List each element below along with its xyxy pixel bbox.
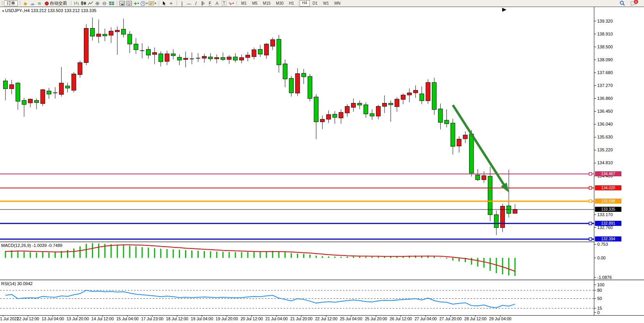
label-icon[interactable]: T (221, 0, 227, 6)
community-icon-glyph: ☁ (30, 1, 35, 6)
zoom-out-icon[interactable]: ⊖ (101, 0, 108, 6)
chat-icon[interactable]: 1 (630, 0, 636, 6)
chevron-down-icon[interactable]: ▾ (232, 2, 234, 5)
candlesticks (4, 18, 517, 235)
price-tick-136.860: 136.860 (597, 96, 613, 101)
timeframe-d1[interactable]: D1 (310, 0, 320, 6)
level-anchor (589, 200, 592, 202)
autotrading-button[interactable]: 自动交易 (43, 0, 69, 6)
timeframe-m15[interactable]: M15 (260, 0, 273, 6)
notification-badge: 1 (634, 0, 638, 4)
indicator-subwindow-icon[interactable] (126, 0, 132, 6)
macd-histogram (5, 243, 515, 276)
price-tick-138.910: 138.910 (597, 32, 613, 36)
chevron-down-icon[interactable]: ▾ (138, 2, 139, 5)
coin-icon-glyph: ◆ (23, 1, 27, 6)
arrows-icon[interactable]: ⇘▾ (228, 0, 234, 6)
channel-label: E (203, 2, 205, 5)
vertical-line-icon[interactable]: | (179, 0, 185, 6)
vertical-line-icon-glyph: | (181, 1, 182, 6)
timeframe-w1[interactable]: W1 (320, 0, 332, 6)
toolbar-grip[interactable] (116, 1, 118, 6)
fibonacci-icon-glyph: F (209, 1, 212, 6)
timeframe-m1[interactable]: M1 (238, 0, 249, 6)
level-anchor (589, 172, 592, 175)
text-icon[interactable]: A (214, 0, 220, 6)
tile-windows-icon[interactable] (108, 0, 115, 6)
chart-menu-marker[interactable]: ▾ (2, 9, 4, 13)
chart-candles-icon[interactable] (80, 0, 86, 6)
toolbar-grip[interactable] (158, 1, 159, 6)
coin-icon[interactable]: ◆ (22, 0, 28, 6)
rsi-tick-100: 100 (597, 282, 604, 287)
crosshair-icon-glyph: + (169, 0, 173, 6)
price-tick-133.170: 133.170 (597, 212, 613, 217)
rsi-line (5, 290, 515, 308)
level-anchor (589, 186, 592, 189)
price-tick-136.040: 136.040 (597, 122, 613, 126)
periods-clock-icon[interactable]: ▾ (140, 0, 148, 6)
zoom-in-icon[interactable]: ⊕ (94, 0, 101, 6)
price-tick-135.630: 135.630 (597, 135, 613, 139)
chart-line-icon[interactable] (87, 0, 94, 6)
macd-tick-0.00: 0.00 (597, 256, 605, 260)
price-tag-133.598: 133.598 (595, 199, 621, 204)
toolbar-group-objects: |—/∥EFAT⇘▾ (175, 0, 235, 6)
chevron-down-icon[interactable]: ▾ (155, 2, 156, 5)
chart-shift-marker (502, 8, 506, 12)
horizontal-line-icon-glyph: — (187, 1, 191, 6)
community-icon[interactable]: ☁ (29, 0, 35, 6)
channel-icon[interactable]: ∥E (200, 0, 206, 6)
toolbar-grip[interactable] (19, 1, 21, 6)
add-chart-icon[interactable]: +▾ (133, 0, 139, 6)
timeframe-h1[interactable]: H1 (286, 0, 297, 6)
rsi-tick-80: 80 (597, 288, 602, 293)
cursor-icon[interactable] (161, 0, 167, 6)
toolbar-group-chart-modes: ⊕⊖ (69, 0, 115, 6)
price-tick-139.320: 139.320 (597, 19, 613, 23)
toolbar-group-cursor: + (157, 0, 175, 6)
toolbar-grip[interactable] (176, 1, 177, 6)
chevron-down-icon[interactable]: ▾ (146, 2, 148, 5)
price-tick-138.090: 138.090 (597, 57, 613, 62)
signals-icon-glyph: ≋ (37, 1, 41, 6)
horizontal-line-icon[interactable]: — (186, 0, 192, 6)
add-chart-icon-glyph: + (134, 0, 137, 7)
rsi-tick-50: 50 (597, 296, 602, 301)
toolbar-grip[interactable] (2, 1, 3, 6)
indicator-window-icon[interactable] (119, 0, 125, 6)
price-tick-135.220: 135.220 (597, 147, 613, 152)
price-tag-134.467: 134.467 (595, 171, 621, 176)
toolbar-group-accounts: ◆☁≋ (22, 0, 43, 6)
price-tick-137.680: 137.680 (597, 70, 613, 75)
mt4-window: 订单 ◆☁≋ 自动交易 ⊕⊖ +▾▾▾ + |—/∥EFAT⇘▾ M1M5M15… (0, 0, 644, 323)
toolbar-grip[interactable] (71, 1, 72, 6)
timeframe-mn[interactable]: MN (332, 0, 343, 6)
arrows-icon-glyph: ⇘ (228, 1, 232, 6)
chart-canvas[interactable] (0, 0, 644, 323)
main-toolbar: 订单 ◆☁≋ 自动交易 ⊕⊖ +▾▾▾ + |—/∥EFAT⇘▾ M1M5M15… (0, 0, 644, 7)
signals-icon[interactable]: ≋ (36, 0, 42, 6)
trendline-icon[interactable]: / (193, 0, 199, 6)
timeframe-m5[interactable]: M5 (249, 0, 260, 6)
fibonacci-icon[interactable]: F (207, 0, 213, 6)
new-order-button[interactable]: 订单 (4, 0, 18, 6)
trendline-icon-glyph: / (195, 1, 196, 6)
price-tick-136.450: 136.450 (597, 109, 613, 114)
zoom-out-icon-glyph: ⊖ (102, 0, 107, 6)
toolbar-grip[interactable] (236, 1, 237, 6)
macd-tick--1.0876: -1.0876 (597, 275, 612, 280)
price-tick-137.270: 137.270 (597, 83, 613, 88)
text-icon-glyph: A (215, 1, 219, 6)
zoom-in-icon-glyph: ⊕ (95, 0, 100, 6)
crosshair-icon[interactable]: + (168, 0, 174, 6)
search-icon[interactable] (619, 0, 625, 6)
autotrading-label: 自动交易 (50, 0, 67, 6)
rsi-label: RSI(14) 30.0942 (1, 281, 33, 286)
chart-bars-icon[interactable] (73, 0, 79, 6)
trend-arrow-head[interactable] (501, 183, 509, 192)
timeframe-h4[interactable]: H4 (300, 0, 310, 7)
timeframe-m30[interactable]: M30 (273, 0, 286, 6)
autotrading-icon (45, 2, 49, 5)
template-icon[interactable]: ▾ (148, 0, 156, 6)
